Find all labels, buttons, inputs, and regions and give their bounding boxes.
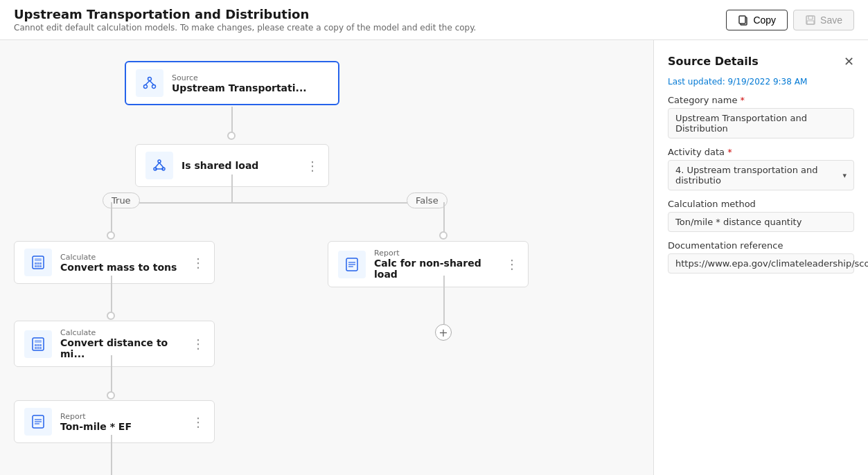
category-name-field: Category name * Upstream Transportation … [668,95,854,138]
svg-line-8 [145,81,150,85]
calc-2-icon-box [24,330,52,358]
svg-rect-18 [35,262,37,265]
doc-ref-label: Documentation reference [668,240,854,251]
report-1-menu-icon[interactable]: ⋮ [506,257,518,271]
report-node-1[interactable]: Report Calc for non-shared load ⋮ [328,241,529,287]
connector-circle-4 [107,312,115,320]
activity-data-label: Activity data * [668,147,854,157]
calc-method-field: Calculation method Ton/mile * distance q… [668,199,854,232]
activity-data-chevron: ▾ [842,171,847,180]
svg-line-14 [159,163,163,168]
header-left: Upstream Transportation and Distribution… [14,7,476,33]
source-node-label-main: Upstream Transportati... [172,82,307,93]
svg-rect-31 [37,344,39,346]
doc-ref-field: Documentation reference https://www.epa.… [668,240,854,274]
report-2-icon-box [24,408,52,436]
calculator-icon-2 [30,337,46,352]
svg-rect-19 [37,262,39,265]
calc-1-label-main: Convert mass to tons [60,262,177,273]
source-node-text: Source Upstream Transportati... [172,73,307,93]
report-icon-1 [344,257,360,272]
canvas-area: Source Upstream Transportati... [0,40,653,475]
report-1-text: Report Calc for non-shared load [374,249,497,280]
svg-rect-23 [39,265,42,267]
svg-rect-21 [35,265,37,267]
calculator-icon [30,255,46,270]
svg-point-10 [158,160,161,163]
copy-label: Copy [753,15,776,26]
calc-2-label-main: Convert distance to mi... [60,337,184,359]
calc-2-label-small: Calculate [60,328,184,337]
report-1-label-main: Calc for non-shared load [374,258,497,280]
calc-2-menu-icon[interactable]: ⋮ [192,337,204,351]
source-icon-box [136,69,163,97]
decision-menu-icon[interactable]: ⋮ [306,159,319,173]
svg-line-9 [150,81,154,85]
calc-method-label: Calculation method [668,199,854,209]
svg-rect-30 [35,344,37,346]
report-node-2[interactable]: Report Ton-mile * EF ⋮ [14,400,215,443]
svg-rect-1 [739,16,745,24]
report-1-icon-box [338,251,366,278]
calc-node-2[interactable]: Calculate Convert distance to mi... ⋮ [14,321,215,367]
svg-rect-2 [806,16,815,24]
panel-header: Source Details ✕ [668,54,854,69]
decision-node-label: Is shared load [181,160,258,171]
main-content: Source Upstream Transportati... [0,40,868,475]
copy-button[interactable]: Copy [726,10,788,30]
report-2-label-main: Ton-mile * EF [60,421,132,432]
add-after-report-button[interactable]: + [435,324,452,341]
svg-rect-17 [35,258,42,261]
svg-rect-22 [37,265,39,267]
connector-circle-2 [107,231,115,240]
header: Upstream Transportation and Distribution… [0,0,868,40]
calc-1-menu-icon[interactable]: ⋮ [192,256,204,270]
category-name-label: Category name * [668,95,854,105]
flow-container: Source Upstream Transportati... [0,47,653,475]
report-icon-2 [30,414,46,429]
connector-circle-5 [107,391,115,400]
report-2-text: Report Ton-mile * EF [60,412,132,432]
svg-rect-35 [39,347,42,349]
connector-h-branch [111,202,443,204]
svg-point-6 [144,85,148,89]
connector-source-decision [231,107,233,134]
true-label: True [103,192,140,208]
category-name-value: Upstream Transportation and Distribution [668,108,854,138]
calc-1-text: Calculate Convert mass to tons [60,253,177,273]
panel-title: Source Details [668,55,759,68]
save-label: Save [820,15,842,26]
svg-rect-32 [39,344,42,346]
save-button[interactable]: Save [793,10,854,30]
source-node[interactable]: Source Upstream Transportati... [125,61,339,105]
svg-point-5 [148,78,152,81]
report-2-label-small: Report [60,412,132,421]
svg-rect-29 [35,340,42,343]
right-panel: Source Details ✕ Last updated: 9/19/2022… [653,40,868,475]
decision-icon [152,158,167,173]
calc-method-value: Ton/mile * distance quantity [668,212,854,232]
connector-circle-3 [439,231,448,240]
calc-1-icon-box [24,249,52,276]
calc-2-text: Calculate Convert distance to mi... [60,328,184,359]
svg-rect-34 [37,347,39,349]
page-title: Upstream Transportation and Distribution [14,7,476,21]
calc-1-label-small: Calculate [60,253,177,262]
activity-data-field: Activity data * 4. Upstream transportati… [668,147,854,190]
connector-after-report-2 [111,435,112,475]
close-panel-button[interactable]: ✕ [844,54,854,69]
false-label: False [407,192,448,208]
svg-point-7 [152,85,156,89]
activity-data-value[interactable]: 4. Upstream transportation and distribut… [668,160,854,190]
page-subtitle: Cannot edit default calculation models. … [14,23,476,33]
connector-decision-branch [231,174,233,202]
connector-calc2-report2-upper [111,355,112,397]
report-2-menu-icon[interactable]: ⋮ [192,415,204,429]
calc-node-1[interactable]: Calculate Convert mass to tons ⋮ [14,241,215,284]
save-icon [805,15,816,26]
svg-line-13 [155,163,159,168]
panel-last-updated: Last updated: 9/19/2022 9:38 AM [668,77,854,87]
svg-rect-33 [35,347,37,349]
connector-calc1-calc2-upper [111,276,112,317]
connector-circle-1 [227,132,236,140]
